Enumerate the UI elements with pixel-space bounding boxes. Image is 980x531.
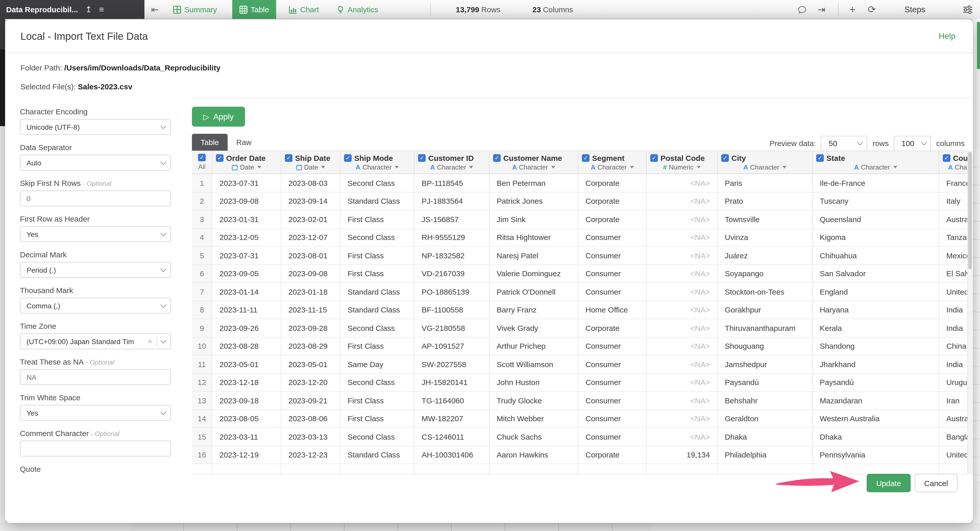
select-value: (UTC+09:00) Japan Standard Tim <box>27 337 145 345</box>
na-value: <NA> <box>690 396 710 405</box>
column-checkbox[interactable]: ✓ <box>582 154 590 162</box>
time-zone-select[interactable]: (UTC+09:00) Japan Standard Tim✕ <box>20 333 171 349</box>
tab-raw-view[interactable]: Raw <box>228 134 260 151</box>
column-checkbox[interactable]: ✓ <box>943 154 950 162</box>
preview-data-label: Preview data: <box>770 139 816 148</box>
decimal-mark-select[interactable]: Period (.) <box>20 262 171 278</box>
column-checkbox[interactable]: ✓ <box>493 154 501 162</box>
cell-ship-date: 2023-12-20 <box>281 373 340 391</box>
cell-postal-code: <NA> <box>647 283 718 300</box>
vertical-scrollbar[interactable] <box>967 151 973 474</box>
column-checkbox[interactable]: ✓ <box>344 154 352 162</box>
character-type-icon: A <box>512 163 517 171</box>
update-button[interactable]: Update <box>867 474 911 492</box>
tab-table[interactable]: Table <box>232 0 276 19</box>
select-all-checkbox[interactable]: ✓ <box>198 154 206 161</box>
cell-ship-date: 2023-05-01 <box>281 356 340 373</box>
folder-path-label: Folder Path: <box>21 63 62 72</box>
table-row: 62023-09-052023-09-08First ClassVD-21670… <box>192 265 973 283</box>
column-type-label: Character <box>519 163 548 171</box>
scrollbar-thumb[interactable] <box>968 151 972 269</box>
thousand-mark-select[interactable]: Comma (,) <box>20 298 171 314</box>
optional-hint: - Optional <box>81 180 111 187</box>
column-checkbox[interactable]: ✓ <box>216 154 224 162</box>
table-row: 112023-05-012023-05-01Same DaySW-2027558… <box>192 356 973 373</box>
column-name: Customer ID <box>428 154 474 163</box>
column-type-selector[interactable]: ACharacter <box>813 163 939 171</box>
tab-chart-label: Chart <box>300 5 319 14</box>
cell-segment: Corporate <box>578 446 647 464</box>
go-to-end-icon[interactable]: ⇥ <box>818 0 825 19</box>
cell-order-date: 2023-03-11 <box>212 428 281 445</box>
apply-button[interactable]: ▷ Apply <box>192 107 245 127</box>
character-encoding-select[interactable]: Unicode (UTF-8) <box>20 119 171 135</box>
background-right-sliver <box>973 19 980 523</box>
publish-icon[interactable]: ↥ <box>85 5 92 14</box>
field-label-text: Character Encoding <box>20 107 88 116</box>
column-checkbox[interactable]: ✓ <box>816 154 824 162</box>
collapse-left-panel-icon[interactable]: ⇤ <box>151 0 159 19</box>
tab-summary[interactable]: Summary <box>173 0 217 19</box>
comment-character-input[interactable] <box>20 441 171 456</box>
help-link[interactable]: Help <box>939 32 956 41</box>
empty-cell <box>647 464 718 474</box>
first-row-as-header-select[interactable]: Yes <box>20 226 171 242</box>
field-label-text: Comment Character <box>20 429 89 438</box>
trim-white-space-select[interactable]: Yes <box>20 405 171 421</box>
clear-icon[interactable]: ✕ <box>148 338 153 345</box>
cancel-button[interactable]: Cancel <box>915 474 958 492</box>
calendar-icon <box>296 164 302 170</box>
tab-chart[interactable]: Chart <box>289 0 319 19</box>
tab-analytics[interactable]: Analytics <box>336 0 378 19</box>
table-header-row: ✓All✓Order DateDate✓Ship DateDate✓Ship M… <box>192 151 973 174</box>
column-header-city: ✓CityACharacter <box>718 151 813 174</box>
column-checkbox[interactable]: ✓ <box>650 154 658 162</box>
column-name: City <box>732 154 746 163</box>
column-type-selector[interactable]: ACharacter <box>578 163 646 171</box>
field-label-text: Data Separator <box>20 143 72 151</box>
cell-segment: Consumer <box>578 247 647 264</box>
column-type-selector[interactable]: ACharacter <box>414 163 489 171</box>
column-type-selector[interactable]: ACharacter <box>340 163 414 171</box>
skip-first-n-rows-input[interactable] <box>20 190 171 206</box>
column-checkbox[interactable]: ✓ <box>721 154 729 162</box>
cell-ship-mode: Same Day <box>340 356 414 373</box>
app-top-bar: Data Reproducibil... ↥ ≡ ⇤ Summary Table… <box>0 0 980 19</box>
menu-icon[interactable]: ≡ <box>99 5 104 14</box>
column-checkbox[interactable]: ✓ <box>285 154 293 162</box>
caret-down-icon <box>893 166 897 169</box>
preview-columns-select[interactable]: 100 <box>894 136 931 151</box>
data-separator-select[interactable]: Auto <box>20 155 171 171</box>
row-number: 13 <box>192 392 212 409</box>
cell-postal-code: <NA> <box>647 373 718 391</box>
table-row: 152023-03-112023-03-13Second ClassCS-124… <box>192 428 973 446</box>
row-number: 8 <box>192 301 212 319</box>
column-checkbox[interactable]: ✓ <box>418 154 426 162</box>
filter-sliders-icon[interactable] <box>963 0 973 19</box>
comment-icon[interactable] <box>798 0 807 19</box>
select-all-header: ✓All <box>192 151 212 174</box>
form-field-label: Data Separator <box>20 143 171 151</box>
column-type-selector[interactable]: ACharacter <box>490 163 578 171</box>
column-type-label: Character <box>750 163 779 171</box>
treat-these-as-na-input[interactable] <box>20 369 171 385</box>
cell-postal-code: <NA> <box>647 356 718 373</box>
chevron-down-icon <box>161 302 166 308</box>
add-step-icon[interactable]: + <box>850 0 856 19</box>
na-value: <NA> <box>690 197 710 206</box>
cell-segment: Corporate <box>578 192 647 210</box>
refresh-icon[interactable]: ⟳ <box>868 0 876 19</box>
column-type-selector[interactable]: Date <box>281 163 340 171</box>
table-row: 92023-09-262023-09-28Second ClassVG-2180… <box>192 319 973 337</box>
preview-rows-label: rows <box>873 139 889 148</box>
background-left-sliver-top <box>0 19 5 49</box>
preview-rows-select[interactable]: 50 <box>821 136 867 151</box>
column-type-selector[interactable]: ACharacter <box>718 163 812 171</box>
column-name: State <box>826 154 845 163</box>
cell-customer-id: VD-2167039 <box>414 265 490 282</box>
tab-table-view[interactable]: Table <box>192 134 228 151</box>
cell-postal-code: <NA> <box>647 337 718 355</box>
column-type-selector[interactable]: #Numeric <box>647 163 717 171</box>
column-type-selector[interactable]: Date <box>212 163 281 171</box>
field-label-text: Treat These as NA <box>20 357 84 366</box>
